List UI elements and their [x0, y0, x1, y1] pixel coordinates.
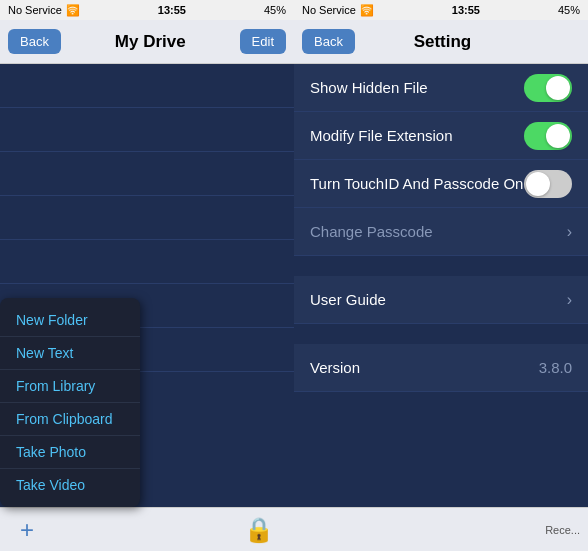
context-menu: New Folder New Text From Library From Cl…	[0, 298, 140, 507]
back-button[interactable]: Back	[8, 29, 61, 54]
user-guide-row[interactable]: User Guide ›	[294, 276, 588, 324]
right-panel: No Service 🛜 13:55 45% Back Setting Show…	[294, 0, 588, 551]
context-menu-item-new-folder[interactable]: New Folder	[0, 304, 140, 337]
file-row	[0, 196, 294, 240]
modify-file-extension-label: Modify File Extension	[310, 127, 453, 144]
left-status-bar: No Service 🛜 13:55 45%	[0, 0, 294, 20]
file-row	[0, 108, 294, 152]
file-row	[0, 152, 294, 196]
version-label: Version	[310, 359, 360, 376]
change-passcode-label: Change Passcode	[310, 223, 433, 240]
version-row: Version 3.8.0	[294, 344, 588, 392]
section-divider-2	[294, 324, 588, 344]
recent-label: Rece...	[545, 524, 580, 536]
settings-group-1: Show Hidden File Modify File Extension T…	[294, 64, 588, 256]
modify-file-extension-toggle[interactable]	[524, 122, 572, 150]
left-bottom-toolbar: + 🔒	[0, 507, 294, 551]
left-status-left: No Service 🛜	[8, 4, 80, 17]
right-nav-title: Setting	[355, 32, 530, 52]
left-status-right: 45%	[264, 4, 286, 16]
context-menu-item-from-library[interactable]: From Library	[0, 370, 140, 403]
left-nav-bar: Back My Drive Edit	[0, 20, 294, 64]
settings-group-2: User Guide ›	[294, 276, 588, 324]
add-button[interactable]: +	[20, 516, 34, 544]
right-wifi-icon: 🛜	[360, 4, 374, 17]
touchid-label: Turn TouchID And Passcode On	[310, 175, 523, 192]
modify-file-extension-row: Modify File Extension	[294, 112, 588, 160]
context-menu-item-new-text[interactable]: New Text	[0, 337, 140, 370]
touchid-row: Turn TouchID And Passcode On	[294, 160, 588, 208]
show-hidden-file-label: Show Hidden File	[310, 79, 428, 96]
left-wifi-icon: 🛜	[66, 4, 80, 17]
settings-content: Show Hidden File Modify File Extension T…	[294, 64, 588, 507]
right-time: 13:55	[452, 4, 480, 16]
left-panel: No Service 🛜 13:55 45% Back My Drive Edi…	[0, 0, 294, 551]
show-hidden-file-toggle[interactable]	[524, 74, 572, 102]
touchid-toggle[interactable]	[524, 170, 572, 198]
left-nav-title: My Drive	[115, 32, 186, 52]
context-menu-item-from-clipboard[interactable]: From Clipboard	[0, 403, 140, 436]
context-menu-item-take-video[interactable]: Take Video	[0, 469, 140, 501]
right-nav-bar: Back Setting	[294, 20, 588, 64]
context-menu-item-take-photo[interactable]: Take Photo	[0, 436, 140, 469]
lock-icon: 🔒	[244, 516, 274, 544]
settings-back-button[interactable]: Back	[302, 29, 355, 54]
right-no-service-text: No Service	[302, 4, 356, 16]
change-passcode-row[interactable]: Change Passcode ›	[294, 208, 588, 256]
left-no-service-text: No Service	[8, 4, 62, 16]
section-divider-1	[294, 256, 588, 276]
file-row	[0, 240, 294, 284]
left-time: 13:55	[158, 4, 186, 16]
user-guide-label: User Guide	[310, 291, 386, 308]
edit-button[interactable]: Edit	[240, 29, 286, 54]
right-status-left: No Service 🛜	[302, 4, 374, 17]
right-bottom-bar: Rece...	[294, 507, 588, 551]
left-battery: 45%	[264, 4, 286, 16]
user-guide-chevron: ›	[567, 291, 572, 309]
right-status-right: 45%	[558, 4, 580, 16]
show-hidden-file-row: Show Hidden File	[294, 64, 588, 112]
right-battery: 45%	[558, 4, 580, 16]
right-status-bar: No Service 🛜 13:55 45%	[294, 0, 588, 20]
file-row	[0, 64, 294, 108]
version-value: 3.8.0	[539, 359, 572, 376]
change-passcode-chevron: ›	[567, 223, 572, 241]
settings-group-3: Version 3.8.0	[294, 344, 588, 392]
